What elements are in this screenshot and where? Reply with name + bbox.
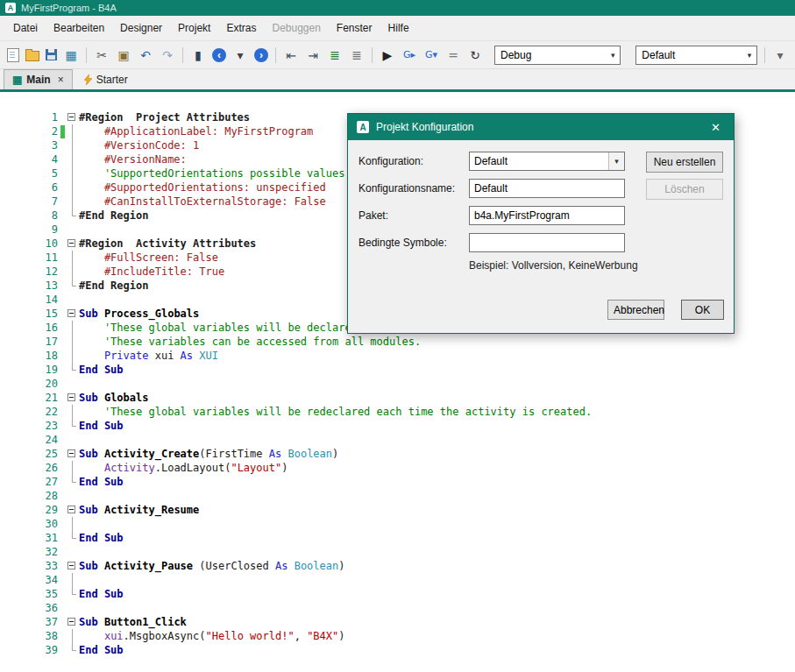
menu-item-extras[interactable]: Extras [218,18,264,39]
fold-toggle-icon[interactable] [65,237,79,251]
redo-icon[interactable]: ↷ [160,47,175,63]
code-token: .MsgboxAsync( [124,630,206,642]
fold-toggle-icon[interactable] [65,503,79,517]
fold-guide [65,601,79,615]
conditional-symbols-hint: Beispiel: Vollversion, KeineWerbung [469,259,638,272]
line-number: 2 [12,125,58,138]
menu-item-hilfe[interactable]: Hilfe [380,18,417,39]
code-line: 29Sub Activity_Resume [0,503,795,517]
code-token: End Sub [79,644,124,656]
line-number: 34 [12,574,58,586]
line-number: 1 [12,111,58,124]
fold-toggle-icon[interactable] [65,307,79,321]
line-number: 22 [12,406,58,418]
conditional-symbols-row: Bedingte Symbole: [358,233,723,254]
code-text: #FullScreen: False [79,251,218,264]
fold-toggle-icon[interactable] [65,615,79,629]
menu-item-bearbeiten[interactable]: Bearbeiten [46,18,112,39]
menu-item-datei[interactable]: Datei [5,18,46,39]
configuration-label: Konfiguration: [358,155,423,167]
menu-item-projekt[interactable]: Projekt [170,18,218,39]
uncomment-icon[interactable]: ≣ [349,47,365,63]
menu-item-fenster[interactable]: Fenster [329,18,380,39]
line-number: 12 [12,265,58,278]
indent-icon[interactable]: ⇥ [305,47,321,63]
fold-guide [65,475,79,489]
tab-label: Starter [96,74,128,86]
ok-button[interactable]: OK [681,300,724,320]
chevron-down-icon[interactable]: ▾ [608,152,624,170]
comment-icon[interactable]: ≣ [327,47,343,63]
code-token: Activity [104,462,155,474]
new-configuration-button[interactable]: Neu erstellen [646,152,723,173]
line-number: 10 [12,237,58,250]
fold-toggle-icon[interactable] [65,447,79,461]
bookmark-icon[interactable]: ▮ [190,47,206,63]
paste-icon[interactable]: ▣ [116,47,131,63]
code-text: #ApplicationLabel: MyFirstProgram [79,125,313,138]
fold-toggle-icon[interactable] [65,110,79,124]
fold-toggle-icon[interactable] [65,559,79,573]
restart-icon[interactable]: ↻ [467,47,483,63]
line-number: 14 [12,294,58,306]
cancel-button[interactable]: Abbrechen [607,300,664,320]
configuration-name-input[interactable] [469,179,625,198]
code-line: 22 'These global variables will be redec… [0,405,795,419]
conditional-symbols-input[interactable] [469,233,625,252]
tab-starter[interactable]: Starter [76,70,136,89]
line-number: 18 [12,350,58,362]
code-token: #IncludeTitle: True [79,265,224,278]
step-over-icon[interactable]: G▾ [423,47,439,63]
code-token: Sub [79,392,104,404]
code-line: 18 Private xui As XUI [0,349,795,363]
navigate-back-icon[interactable]: ‹ [212,48,226,62]
title-bar[interactable]: A MyFirstProgram - B4A [0,0,795,16]
profile-select[interactable]: Default▾ [635,46,757,65]
menu-bar: DateiBearbeitenDesignerProjektExtrasDebu… [0,16,795,41]
build-configuration-select[interactable]: Debug▾ [494,46,621,65]
tab-close-icon[interactable]: × [58,74,64,86]
open-project-icon[interactable] [25,51,39,61]
navigate-forward-icon[interactable]: › [254,48,268,62]
fold-toggle-icon[interactable] [65,391,79,405]
menu-item-debuggen[interactable]: Debuggen [264,18,328,39]
configuration-select[interactable]: Default ▾ [469,152,625,171]
step-into-icon[interactable]: G▸ [401,47,417,63]
code-line: 37Sub Button1_Click [0,615,795,629]
toolbar-separator [764,47,765,63]
code-line: 23End Sub [0,419,795,433]
toolbar: ▦✂▣↶↷▮‹▾›⇤⇥≣≣▶G▸G▾=↻Debug▾Default▾▾ [0,41,795,69]
fold-guide [65,251,79,265]
outdent-icon[interactable]: ⇤ [283,47,299,63]
line-number: 3 [12,139,58,152]
break-icon[interactable]: = [445,47,461,63]
code-text: End Sub [79,476,124,488]
dialog-title-bar[interactable]: A Projekt Konfiguration ✕ [348,114,734,140]
code-token: As [269,448,281,460]
code-token: 'These global variables will be redeclar… [79,406,592,418]
save-icon[interactable] [46,49,57,60]
line-number: 36 [12,602,58,614]
code-line: 34 [0,573,795,587]
configuration-row: Konfiguration: Default ▾ Neu erstellen [358,152,723,173]
code-token: #FullScreen: False [79,251,218,264]
chevron-down-icon[interactable]: ▾ [606,46,620,64]
code-token: "Layout" [231,462,281,474]
code-token: Sub [79,504,104,516]
run-icon[interactable]: ▶ [380,47,395,63]
back-history-caret[interactable]: ▾ [232,47,248,63]
fold-guide [65,124,79,138]
undo-icon[interactable]: ↶ [138,47,153,63]
toolbar-overflow-caret[interactable]: ▾ [772,47,788,63]
dialog-close-icon[interactable]: ✕ [706,120,725,135]
cut-icon[interactable]: ✂ [94,47,110,63]
code-token: End Sub [79,364,124,376]
package-input[interactable] [469,206,625,225]
designer-icon[interactable]: ▦ [63,47,79,63]
chevron-down-icon[interactable]: ▾ [742,46,756,64]
code-token: Button1_Click [104,616,187,628]
fold-guide [65,349,79,363]
new-module-icon[interactable] [7,48,19,62]
tab-main[interactable]: ▦Main× [4,69,73,89]
menu-item-designer[interactable]: Designer [112,18,170,39]
